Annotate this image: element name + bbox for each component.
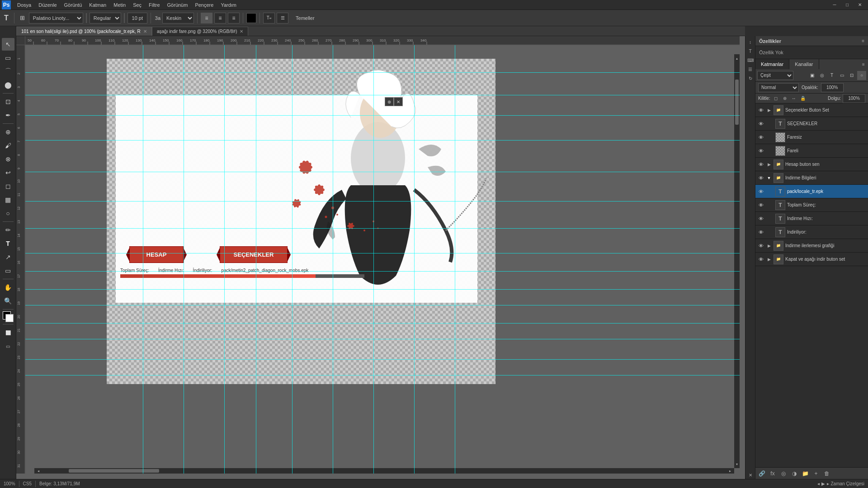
lock-pixels-btn[interactable]: ◻	[772, 95, 779, 102]
menu-yardim[interactable]: Yardım	[217, 1, 240, 9]
tab-main-file[interactable]: 101 en son hali(silgi ile).psd @ 100% (p…	[16, 27, 152, 36]
font-style-select[interactable]: Regular	[90, 13, 121, 23]
layer-arrow-5[interactable]: ▶	[766, 161, 772, 168]
rmt-btn-4[interactable]: ☰	[746, 65, 755, 73]
layer-new-btn[interactable]: +	[811, 469, 821, 478]
menu-duzenle[interactable]: Düzenle	[35, 1, 60, 9]
layer-item-3[interactable]: 👁 Faresiz	[755, 131, 868, 144]
align-center-button[interactable]: ≡	[214, 13, 226, 23]
layer-vis-3[interactable]: 👁	[757, 134, 764, 141]
layer-vis-4[interactable]: 👁	[757, 147, 764, 155]
layer-delete-btn[interactable]: 🗑	[822, 469, 831, 478]
eyedropper-tool[interactable]: ✒	[2, 109, 14, 122]
clone-tool[interactable]: ⊗	[2, 153, 14, 165]
layer-vis-1[interactable]: 👁	[757, 107, 764, 114]
tab-main-close[interactable]: ✕	[143, 29, 147, 34]
layer-arrow-11[interactable]: ▶	[766, 242, 772, 249]
layer-item-6[interactable]: 👁 ▼ 📁 İndirme Bilgileri	[755, 171, 868, 185]
horizontal-scrollbar[interactable]: ◂ ▸	[34, 468, 734, 474]
layer-vis-11[interactable]: 👁	[757, 242, 764, 249]
timeline-next-btn[interactable]: ▸	[827, 481, 829, 486]
background-color[interactable]	[5, 314, 14, 322]
quick-mask-button[interactable]: ⬜	[2, 326, 14, 339]
dodge-tool[interactable]: ○	[2, 207, 14, 220]
rmt-btn-collapse[interactable]: ✕	[746, 471, 755, 479]
tab-second-close[interactable]: ✕	[240, 29, 243, 34]
crop-tool[interactable]: ⊡	[2, 95, 14, 108]
layer-vis-6[interactable]: 👁	[757, 174, 764, 182]
layer-arrow-1[interactable]: ▶	[766, 107, 772, 114]
shape-tool[interactable]: ▭	[2, 264, 14, 277]
scroll-left-button[interactable]: ◂	[35, 469, 42, 473]
layer-vis-10[interactable]: 👁	[757, 229, 764, 236]
menu-gorunum[interactable]: Görünüm	[164, 1, 192, 9]
fill-input[interactable]	[843, 94, 865, 103]
rmt-btn-1[interactable]: ↕	[746, 38, 755, 46]
scroll-right-button[interactable]: ▸	[727, 469, 733, 473]
brush-tool[interactable]: 🖌	[2, 139, 14, 152]
layers-panel-menu[interactable]: ≡	[859, 59, 868, 69]
scroll-thumb-h[interactable]	[69, 469, 159, 473]
filter-type-btn[interactable]: T	[827, 71, 836, 80]
canvas-content[interactable]: ⊕ ✕ HESAP	[25, 45, 740, 474]
properties-menu-icon[interactable]: ≡	[862, 38, 864, 43]
minimize-button[interactable]: ─	[828, 0, 841, 10]
canvas-area[interactable]: 50 60 70 80 90 100 110 120 130 140 150 1…	[16, 36, 745, 479]
zoom-tool[interactable]: 🔍	[2, 295, 14, 307]
rmt-btn-3[interactable]: ⌨	[746, 56, 755, 64]
filter-shape-btn[interactable]: ▭	[837, 71, 846, 80]
gradient-tool[interactable]: ▦	[2, 193, 14, 206]
layer-item-8[interactable]: 👁 T Toplam Süreç:	[755, 198, 868, 212]
history-brush-tool[interactable]: ↩	[2, 166, 14, 179]
filter-smart-btn[interactable]: ⊡	[847, 71, 856, 80]
healing-brush-tool[interactable]: ⊕	[2, 126, 14, 138]
close-button[interactable]: ✕	[854, 0, 866, 10]
text-orientation-button[interactable]: ⊞	[18, 12, 27, 24]
lock-move-btn[interactable]: ⊕	[781, 95, 788, 102]
scroll-down-button[interactable]: ▾	[735, 461, 739, 467]
menu-katman[interactable]: Katman	[85, 1, 110, 9]
hand-tool[interactable]: ✋	[2, 281, 14, 294]
layer-arrow-12[interactable]: ▶	[766, 256, 772, 263]
layer-item-10[interactable]: 👁 T İndiriliyor:	[755, 225, 868, 239]
filter-adjust-btn[interactable]: ◎	[817, 71, 826, 80]
transform-close[interactable]: ✕	[394, 97, 403, 106]
blend-mode-select[interactable]: Normal	[758, 83, 799, 92]
layers-tab-kanallar[interactable]: Kanallar	[789, 59, 819, 69]
char-para-button[interactable]: ☰	[277, 13, 288, 23]
transform-move[interactable]: ⊕	[385, 97, 394, 106]
hesap-button[interactable]: HESAP	[129, 246, 184, 263]
warp-text-button[interactable]: Tw	[263, 13, 275, 23]
filter-pixel-btn[interactable]: ▣	[807, 71, 816, 80]
layer-item-12[interactable]: 👁 ▶ 📁 Kapat ve aşağı indir buton set	[755, 253, 868, 266]
text-color-button[interactable]	[246, 13, 256, 23]
layers-list[interactable]: 👁 ▶ 📁 Seçenekler Buton Set 👁 T SEÇENEKLE…	[755, 103, 868, 467]
lasso-tool[interactable]: ⌒	[2, 65, 14, 78]
font-size-input[interactable]	[127, 13, 147, 23]
marquee-tool[interactable]: ▭	[2, 52, 14, 64]
menu-pence[interactable]: Pençere	[191, 1, 217, 9]
filter-toggle-btn[interactable]: ○	[857, 71, 866, 80]
layer-item-11[interactable]: 👁 ▶ 📁 İndirme ilerlemesi grafiği	[755, 239, 868, 253]
menu-metin[interactable]: Metin	[110, 1, 129, 9]
layer-vis-9[interactable]: 👁	[757, 215, 764, 222]
menu-dosya[interactable]: Dosya	[14, 1, 35, 9]
secenekler-button[interactable]: SEÇENEKLER	[220, 246, 288, 263]
font-family-select[interactable]: Palatino Linoty...	[29, 13, 83, 23]
layer-group-btn[interactable]: 📁	[801, 469, 810, 478]
vertical-scrollbar[interactable]: ▴ ▾	[734, 54, 740, 468]
path-select-tool[interactable]: ↗	[2, 251, 14, 263]
color-boxes[interactable]	[3, 311, 14, 322]
menu-filtre[interactable]: Filtre	[145, 1, 163, 9]
move-tool[interactable]: ↖	[2, 38, 14, 51]
layers-tab-katmanlar[interactable]: Katmanlar	[755, 59, 789, 69]
align-left-button[interactable]: ≡	[201, 13, 212, 23]
type-tool[interactable]: T	[2, 237, 14, 250]
maximize-button[interactable]: □	[841, 0, 854, 10]
layer-fx-btn[interactable]: fx	[768, 469, 777, 478]
lock-artboards-btn[interactable]: ↔	[790, 95, 797, 102]
layer-vis-2[interactable]: 👁	[757, 120, 764, 127]
menu-goruntu[interactable]: Görüntü	[61, 1, 86, 9]
layer-vis-12[interactable]: 👁	[757, 256, 764, 263]
layer-vis-7[interactable]: 👁	[757, 188, 764, 195]
